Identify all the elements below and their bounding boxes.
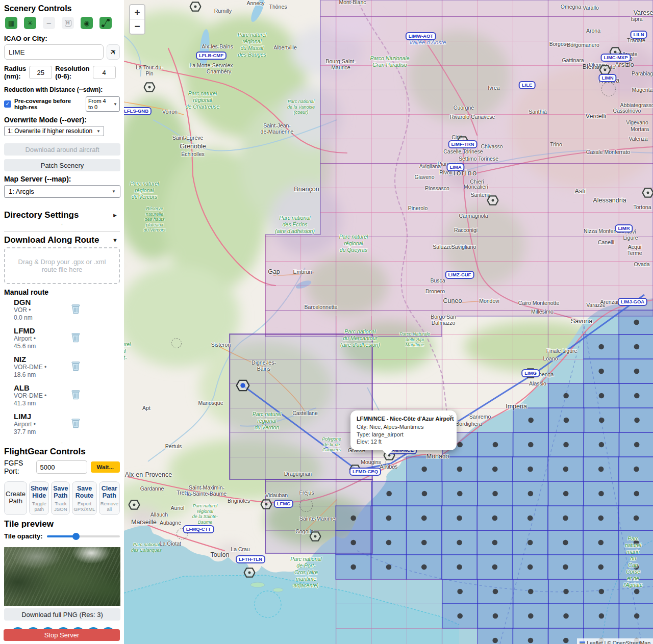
airport-popup: × LFMN/NCE - Nice-Côte d'Azur Airport Ci…	[350, 410, 457, 450]
download-png-button[interactable]: Download full PNG (Res: 3)	[4, 608, 120, 621]
aerodrome-marker[interactable]	[129, 499, 140, 511]
popup-type: Type: large_airport	[357, 431, 450, 439]
airplane-icon: ✈	[108, 46, 118, 58]
route-waypoint: DGN VOR • 0.0 nm	[4, 298, 120, 322]
trash-icon	[71, 332, 80, 343]
chevron-down-icon: ▼	[113, 102, 117, 107]
airport-code-pill[interactable]: LFMD-CEQ	[349, 468, 381, 476]
aircraft-icon[interactable]: ✳	[24, 17, 36, 29]
route-waypoint: ALB VOR-DME • 41.3 nm	[4, 383, 120, 407]
path-buttons: Create Path Show Hide Toggle path Save P…	[4, 481, 120, 515]
map-server-label: Map Server (--map):	[4, 175, 120, 183]
path-button[interactable]: Show Hide Toggle path	[29, 481, 49, 515]
airport-code-pill[interactable]: LILN	[630, 31, 647, 39]
wait-button[interactable]: Wait...	[91, 461, 120, 473]
airport-code-pill[interactable]: LFMC	[274, 500, 293, 508]
dgn-vor-marker[interactable]	[236, 379, 250, 393]
trash-icon	[71, 418, 80, 428]
vor-compass-circle	[299, 499, 313, 512]
grid-icon[interactable]: ▦	[5, 17, 17, 29]
route-dropzone[interactable]: Drag & Drop your .gpx or .xml route file…	[4, 247, 120, 284]
airport-code-pill[interactable]: LIMW-AOT	[406, 32, 436, 40]
tile-opacity-slider[interactable]	[47, 533, 120, 540]
sidebar: Scenery Controls ▦✳−H◉╱ ICAO or City: ✈ …	[0, 0, 124, 644]
map-graphics	[124, 0, 653, 644]
directory-settings-header[interactable]: Directory Settings ►	[4, 210, 120, 220]
download-around-aircraft-button[interactable]: Download around aircraft	[4, 143, 120, 156]
airport-code-pill[interactable]: LIMG	[521, 369, 540, 377]
resolution-label: Resolution (0-6):	[55, 65, 89, 80]
airport-code-pill[interactable]: LIMC-MXP	[601, 54, 631, 62]
delete-waypoint-button[interactable]	[71, 304, 80, 313]
expand-right-icon: ►	[112, 212, 120, 218]
route-waypoint: LFMD Airport • 45.6 nm	[4, 326, 120, 350]
delete-waypoint-button[interactable]	[71, 418, 80, 427]
divider	[4, 231, 120, 232]
slider-thumb[interactable]	[72, 533, 80, 540]
popup-elev: Elev: 12 ft	[357, 438, 450, 446]
airport-code-pill[interactable]: LFMQ-CTT	[183, 525, 214, 533]
trash-icon	[71, 304, 80, 314]
aerodrome-marker[interactable]	[487, 195, 499, 207]
delete-waypoint-button[interactable]	[71, 361, 80, 370]
path-button[interactable]: Save Path Track JSON	[51, 481, 70, 515]
sidebar-title: Scenery Controls	[4, 4, 120, 13]
path-button[interactable]: Save Route Export GPX/XML	[72, 481, 96, 515]
aerodrome-marker[interactable]	[642, 187, 653, 199]
icao-input[interactable]	[4, 44, 104, 60]
airplane-button[interactable]: ✈	[107, 44, 120, 60]
aerodrome-marker[interactable]	[261, 499, 272, 510]
collapsed-marker: ·	[4, 222, 120, 227]
map-layers: AnnecyThônesMont-BlancRumillyOmegnaVaral…	[124, 0, 653, 644]
route-waypoint: LIMJ Airport • 37.7 nm	[4, 412, 120, 436]
map-canvas[interactable]: AnnecyThônesMont-BlancRumillyOmegnaVaral…	[124, 0, 653, 644]
helipad-icon[interactable]: H	[62, 17, 74, 29]
airport-code-pill[interactable]: LIMA	[446, 163, 464, 171]
airport-code-pill[interactable]: LILE	[519, 81, 536, 89]
aerodrome-marker[interactable]	[310, 531, 321, 543]
map-server-select[interactable]: 1: Arcgis▼	[4, 185, 120, 198]
stop-server-button[interactable]: Stop Server	[4, 629, 120, 641]
precoverage-select[interactable]: From 4 to 0▼	[86, 96, 120, 112]
map-attribution[interactable]: Leaflet | © OpenStreetMap	[577, 638, 653, 644]
overwrite-select[interactable]: 1: Overwrite if higher resolution▼	[4, 126, 104, 136]
airport-code-pill[interactable]: LIMR	[615, 224, 633, 233]
path-button[interactable]: Create Path	[4, 481, 27, 515]
path-button[interactable]: Clear Path Remove all	[99, 481, 120, 515]
fgfs-port-label: FGFS Port:	[4, 459, 33, 475]
airport-code-pill[interactable]: LFTH-TLN	[236, 555, 265, 563]
airport-code-pill[interactable]: LIMF-TRN	[448, 140, 478, 148]
tile-preview-image	[4, 547, 120, 606]
vor-compass-circle	[601, 82, 616, 96]
download-along-route-header[interactable]: Download Along Route ▼	[4, 235, 120, 245]
patch-scenery-button[interactable]: Patch Scenery	[4, 159, 120, 171]
precoverage-checkbox[interactable]: ✓	[4, 100, 11, 108]
aerodrome-marker[interactable]	[190, 1, 202, 13]
route-icon[interactable]: ╱	[99, 17, 112, 29]
minus-icon[interactable]: −	[43, 17, 55, 29]
airport-code-pill[interactable]: LFLS-GNB	[124, 107, 152, 115]
delete-waypoint-button[interactable]	[71, 390, 80, 399]
collapsed-marker: ·	[4, 441, 120, 446]
navaid-icon[interactable]: ◉	[81, 17, 93, 29]
tile-preview-header: Tile preview	[4, 519, 120, 529]
trash-icon	[71, 390, 80, 400]
popup-city: City: Nice, Alpes-Maritimes	[357, 423, 450, 431]
resolution-input[interactable]	[93, 66, 116, 79]
zoom-in-button[interactable]: +	[130, 5, 144, 19]
fgfs-port-input[interactable]	[36, 460, 87, 474]
airport-code-pill[interactable]: LFLB-CMF	[196, 51, 227, 60]
vor-compass-circle	[171, 338, 182, 348]
airport-code-pill[interactable]: LIMZ-CUF	[445, 271, 474, 279]
airport-code-pill[interactable]: LIMJ-GOA	[618, 298, 647, 306]
zoom-out-button[interactable]: −	[130, 19, 144, 34]
aerodrome-marker[interactable]	[144, 82, 156, 93]
app-window: Scenery Controls ▦✳−H◉╱ ICAO or City: ✈ …	[0, 0, 653, 644]
popup-close-button[interactable]: ×	[448, 412, 453, 421]
radius-input[interactable]	[29, 66, 52, 79]
airport-code-pill[interactable]: LIMN	[598, 74, 616, 82]
leaflet-flag-icon	[580, 641, 585, 644]
aerodrome-marker[interactable]	[244, 567, 256, 579]
precoverage-label: Pre-coverage before high-res	[14, 98, 83, 110]
delete-waypoint-button[interactable]	[71, 332, 80, 342]
